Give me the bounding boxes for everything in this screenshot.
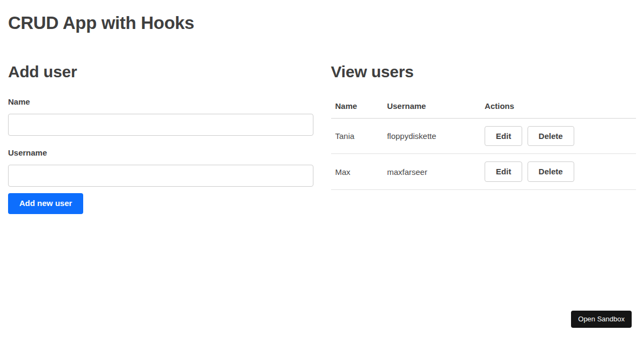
edit-button[interactable]: Edit	[485, 161, 522, 181]
user-actions-cell: Edit Delete	[480, 154, 636, 189]
user-name-cell: Tania	[331, 119, 383, 154]
header-cell-username: Username	[383, 97, 480, 119]
user-username-cell: floppydiskette	[383, 119, 480, 154]
view-users-heading: View users	[331, 63, 636, 80]
name-label: Name	[8, 97, 313, 106]
page-title: CRUD App with Hooks	[8, 0, 636, 33]
add-user-section: Add user Name Username Add new user	[8, 63, 313, 214]
app-container: CRUD App with Hooks Add user Name Userna…	[0, 0, 644, 338]
header-cell-actions: Actions	[480, 97, 636, 119]
add-user-form: Name Username Add new user	[8, 97, 313, 214]
table-row: Tania floppydiskette Edit Delete	[331, 119, 636, 154]
view-users-section: View users Name Username Actions Tania f…	[331, 63, 636, 214]
user-actions-cell: Edit Delete	[480, 119, 636, 154]
header-cell-name: Name	[331, 97, 383, 119]
users-table: Name Username Actions Tania floppydisket…	[331, 97, 636, 190]
table-header-row: Name Username Actions	[331, 97, 636, 119]
username-label: Username	[8, 148, 313, 157]
add-user-heading: Add user	[8, 63, 313, 80]
edit-button[interactable]: Edit	[485, 126, 522, 146]
add-new-user-button[interactable]: Add new user	[8, 193, 83, 214]
username-input[interactable]	[8, 165, 313, 187]
user-username-cell: maxfarseer	[383, 154, 480, 189]
open-sandbox-badge[interactable]: Open Sandbox	[571, 311, 632, 328]
main-columns: Add user Name Username Add new user View…	[8, 63, 636, 214]
table-row: Max maxfarseer Edit Delete	[331, 154, 636, 189]
delete-button[interactable]: Delete	[528, 126, 574, 146]
name-input[interactable]	[8, 114, 313, 136]
delete-button[interactable]: Delete	[528, 161, 574, 181]
user-name-cell: Max	[331, 154, 383, 189]
